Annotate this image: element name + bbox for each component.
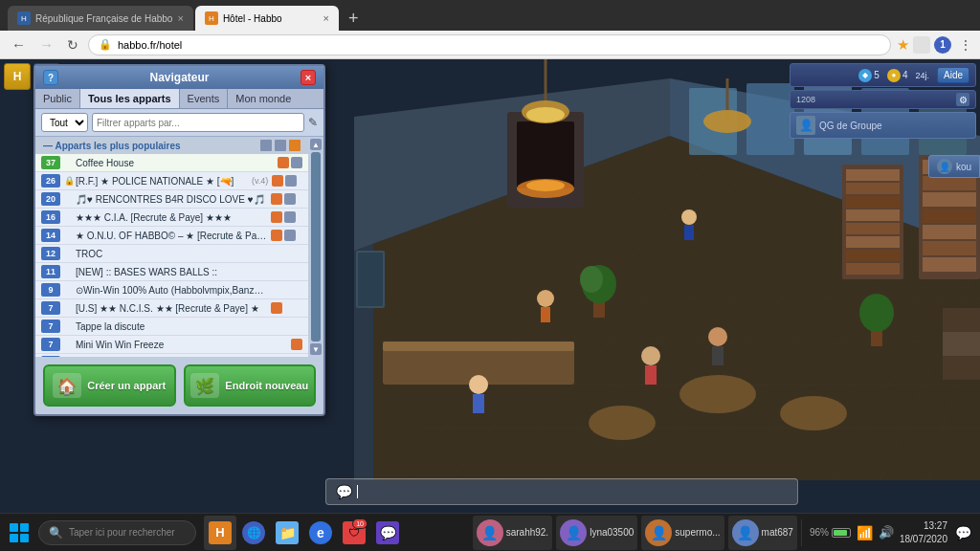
section-icon-list[interactable] [275,140,286,151]
player-avatar-3: 👤 [645,519,672,546]
taskbar-icon-2[interactable]: 🌐 [237,516,270,550]
scroll-thumb[interactable] [311,152,321,342]
section-icon-orange[interactable] [289,140,301,151]
kou-avatar: 👤 [937,159,952,174]
new-tab-button[interactable]: + [339,6,368,31]
clock: 13:27 18/07/2020 [900,519,947,546]
room-item-3[interactable]: 16 ★★★ C.I.A. [Recrute & Paye] ★★★ [35,209,308,227]
room-icons-0 [278,157,302,168]
new-place-button[interactable]: 🌿 Endroit nouveau [184,364,317,407]
notification-button[interactable]: 💬 [953,523,972,542]
svg-rect-74 [943,308,980,332]
player-sarahh92[interactable]: 👤 sarahh92. [473,516,552,550]
svg-rect-58 [473,394,484,413]
clock-time: 13:27 [900,519,947,533]
tab-title-2: Hôtel - Habbo [223,13,319,24]
room-item-11[interactable]: 6 [R.F.] ★ CENTRE MILITAIRE ★ [🏠] [35,354,308,357]
ext-icon-2[interactable]: 1 [934,36,951,54]
chat-cursor-display [357,485,358,498]
room-badge-5: 12 [41,247,60,260]
player-lyna03500[interactable]: 👤 lyna03500 [556,516,637,550]
room-item-0[interactable]: 37 Coffee House [35,154,308,172]
back-button[interactable]: ← [8,34,30,55]
svg-rect-28 [923,176,976,190]
url-bar[interactable]: 🔒 habbo.fr/hotel [88,34,891,55]
navigator-filter-bar: Tout ✎ [35,109,323,137]
scroll-down-button[interactable]: ▼ [310,343,322,355]
room-item-8[interactable]: 7 [U.S] ★★ N.C.I.S. ★★ [Recrute & Paye] … [35,299,308,318]
tab-1[interactable]: H République Française de Habbo × [8,6,193,31]
bookmark-icon[interactable]: ★ [897,36,909,54]
room-item-2[interactable]: 20 🎵♥ RENCONTRES B4R DISCO LOVE ♥🎵 [35,190,308,209]
svg-point-69 [526,107,565,122]
menu-icon[interactable]: ⋮ [959,37,972,53]
player-mat687[interactable]: 👤 mat687 [728,516,797,550]
search-icon: 🔍 [49,526,63,540]
clock-date: 18/07/2020 [900,533,947,546]
search-placeholder-text: Taper ici pour rechercher [69,527,175,538]
player-avatar-1: 👤 [477,519,503,546]
rooms-scrollbar[interactable]: ▲ ▼ [308,137,323,357]
forward-button[interactable]: → [35,34,57,55]
svg-rect-37 [846,196,900,208]
room-icon-grey-2 [284,193,296,205]
tab-2[interactable]: H Hôtel - Habbo × [195,6,339,31]
chat-send-icon[interactable]: 💬 [334,482,353,501]
room-icon-grey-1 [285,175,297,187]
taskbar-apps: H 🌐 📁 e 🛡 10 💬 [200,516,408,550]
room-item-5[interactable]: 12 TROC [35,245,308,263]
taskbar-search[interactable]: 🔍 Taper ici pour rechercher [38,520,196,545]
create-room-button[interactable]: 🏠 Créer un appart [43,364,176,407]
taskbar-habbo-icon[interactable]: H [204,516,236,550]
scroll-up-button[interactable]: ▲ [310,139,322,150]
volume-icon[interactable]: 🔊 [879,525,894,540]
room-name-5: TROC [76,249,302,259]
taskbar-icon-3[interactable]: 📁 [271,516,303,550]
svg-rect-73 [358,253,383,306]
taskbar-icon-4[interactable]: e [304,516,337,550]
section-icon-grid[interactable] [260,140,272,151]
room-item-4[interactable]: 14 ★ O.N.U. OF HABBO© – ★ [Recrute & Pay… [35,227,308,245]
filter-input[interactable] [92,113,304,132]
tab-events[interactable]: Events [180,89,229,108]
room-item-9[interactable]: 7 Tappe la discute [35,318,308,336]
network-icon[interactable]: 📶 [857,525,873,540]
filter-select[interactable]: Tout [41,113,88,132]
tab-myworld[interactable]: Mon monde [228,89,299,108]
navigator-title: Navigateur [58,71,301,84]
taskbar-icon-6[interactable]: 💬 [371,516,404,550]
room-item-1[interactable]: 26 🔒 [R.F.] ★ POLICE NATIONALE ★ [🔫] (v.… [35,172,308,190]
avatar-mini: 👤 [796,116,815,135]
habbo-h-button[interactable]: H [4,63,31,90]
start-button[interactable] [0,514,38,551]
reload-button[interactable]: ↻ [63,35,82,55]
ext-icon-1[interactable] [913,36,930,54]
player-avatar-4: 👤 [732,519,759,546]
chat-input-bar[interactable]: 💬 [325,478,798,505]
qg-label: QG de Groupe [819,121,882,131]
settings-icon[interactable]: ⚙ [956,93,969,106]
player-supermomo[interactable]: 👤 supermo... [641,516,724,550]
aide-button[interactable]: Aide [937,67,969,83]
tab-public[interactable]: Public [35,89,80,108]
tab-close-1[interactable]: × [177,12,183,24]
room-badge-7: 9 [41,283,60,297]
svg-rect-76 [943,356,980,380]
room-icon-grey-3 [284,211,296,223]
navigator-close[interactable]: × [301,70,316,85]
filter-edit-icon[interactable]: ✎ [308,116,318,129]
qg-button[interactable]: 👤 QG de Groupe [790,112,976,139]
kou-notification[interactable]: 👤 kou [928,155,980,178]
section-header-icons [260,140,301,151]
svg-point-59 [641,346,660,365]
room-item-7[interactable]: 9 ⊙Win-Win 100% Auto (Habbolvmpix,Banzai… [35,281,308,299]
room-item-10[interactable]: 7 Mini Win Win Freeze [35,336,308,354]
create-icon: 🏠 [53,373,81,398]
taskbar-icon-5[interactable]: 🛡 10 [338,516,370,550]
tab-close-2[interactable]: × [323,12,328,24]
room-item-6[interactable]: 11 [NEW] :: BASES WARS BALLS :: [35,263,308,281]
navigator-help[interactable]: ? [43,70,58,85]
tab-all-apparts[interactable]: Tous les apparts [80,89,180,108]
svg-rect-22 [746,83,794,155]
diamond-icon: ◆ [858,69,872,82]
